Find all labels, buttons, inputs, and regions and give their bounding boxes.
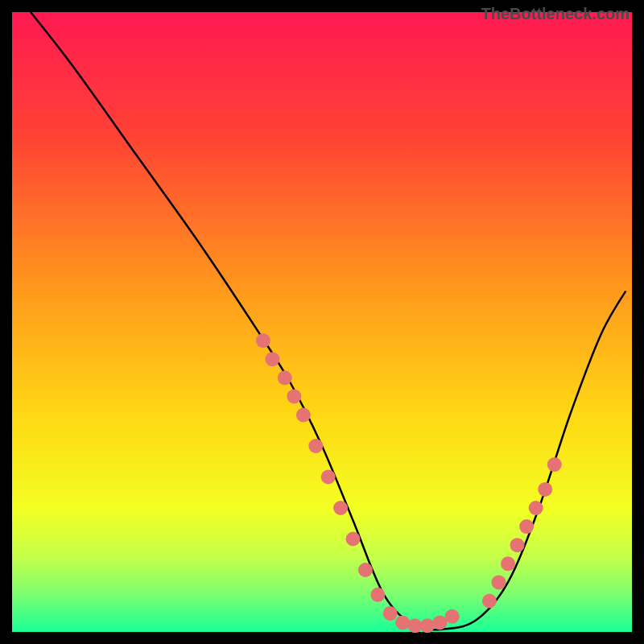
highlight-marker bbox=[420, 618, 435, 633]
highlight-marker bbox=[383, 606, 398, 621]
watermark-text: TheBottleneck.com bbox=[481, 5, 630, 23]
highlight-marker bbox=[333, 501, 348, 515]
highlight-marker bbox=[265, 352, 279, 366]
highlight-marker bbox=[346, 532, 361, 547]
bottleneck-chart bbox=[0, 0, 644, 644]
highlight-marker bbox=[547, 457, 562, 472]
highlight-marker bbox=[287, 389, 301, 403]
chart-container: TheBottleneck.com bbox=[0, 0, 644, 644]
highlight-marker bbox=[256, 333, 270, 348]
highlight-marker bbox=[395, 615, 410, 630]
highlight-marker bbox=[358, 563, 373, 577]
highlight-marker bbox=[529, 501, 543, 515]
highlight-marker bbox=[510, 538, 525, 552]
highlight-marker bbox=[408, 618, 423, 633]
highlight-marker bbox=[445, 609, 460, 624]
highlight-marker bbox=[519, 519, 534, 534]
plot-background bbox=[12, 12, 632, 632]
highlight-marker bbox=[370, 588, 385, 602]
highlight-marker bbox=[538, 482, 552, 497]
highlight-marker bbox=[482, 594, 497, 609]
highlight-marker bbox=[278, 370, 292, 385]
highlight-marker bbox=[491, 575, 506, 589]
highlight-marker bbox=[321, 470, 336, 485]
highlight-marker bbox=[308, 439, 323, 453]
highlight-marker bbox=[501, 556, 515, 571]
highlight-marker bbox=[432, 615, 447, 630]
highlight-marker bbox=[296, 408, 311, 423]
